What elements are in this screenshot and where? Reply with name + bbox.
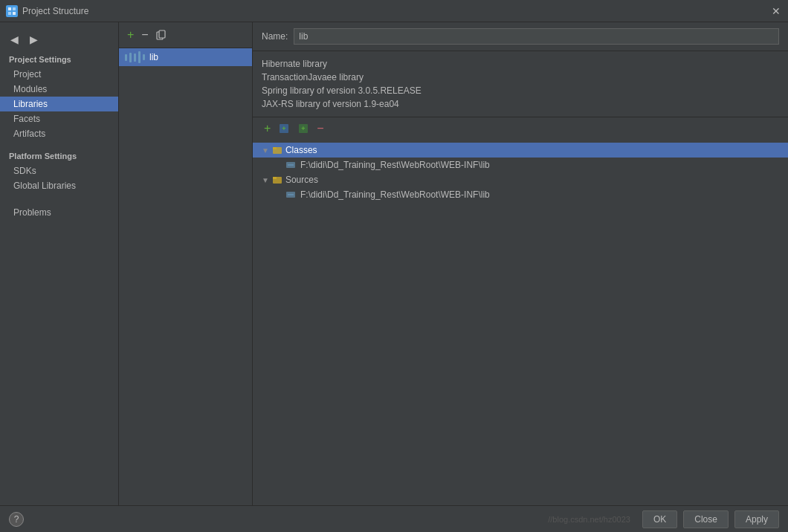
svg-rect-15 — [273, 177, 277, 179]
svg-rect-0 — [8, 7, 11, 10]
nav-controls: ◀ ▶ — [0, 28, 118, 51]
svg-rect-11 — [273, 147, 277, 149]
close-button[interactable]: ✕ — [770, 5, 782, 17]
add-tree-button[interactable]: + — [262, 120, 273, 137]
svg-rect-1 — [13, 7, 16, 10]
bottom-left: ? — [9, 512, 542, 527]
remove-tree-button[interactable]: − — [314, 120, 326, 137]
svg-rect-3 — [13, 12, 16, 15]
svg-text:+: + — [302, 125, 306, 132]
chevron-icon: ▼ — [262, 146, 269, 155]
sidebar-item-project[interactable]: Project — [0, 67, 118, 82]
tree-section: ▼ Classes F:\didi\Dd_Training_Rest\WebRo… — [253, 140, 788, 505]
info-line-1: Hibernate library — [262, 57, 779, 71]
sources-path: F:\didi\Dd_Training_Rest\WebRoot\WEB-INF… — [300, 189, 490, 200]
ok-button[interactable]: OK — [642, 510, 677, 528]
path-icon-classes — [285, 160, 296, 170]
classes-path: F:\didi\Dd_Training_Rest\WebRoot\WEB-INF… — [300, 160, 490, 170]
add-sources-button[interactable]: + — [295, 121, 311, 136]
classes-icon — [272, 145, 282, 155]
sidebar: ◀ ▶ Project Settings Project Modules Lib… — [0, 22, 119, 505]
sidebar-item-artifacts[interactable]: Artifacts — [0, 126, 118, 141]
main-container: ◀ ▶ Project Settings Project Modules Lib… — [0, 22, 788, 505]
tree-node-sources[interactable]: ▼ Sources — [253, 172, 788, 187]
library-item-lib[interactable]: lib — [119, 48, 252, 66]
tree-child-classes-path: F:\didi\Dd_Training_Rest\WebRoot\WEB-INF… — [253, 158, 788, 172]
back-button[interactable]: ◀ — [6, 31, 22, 48]
sidebar-item-sdks[interactable]: SDKs — [0, 163, 118, 178]
name-row: Name: — [253, 22, 788, 51]
forward-button[interactable]: ▶ — [25, 31, 42, 48]
tree-child-sources-path: F:\didi\Dd_Training_Rest\WebRoot\WEB-INF… — [253, 187, 788, 202]
title-text: Project Structure — [22, 6, 770, 16]
apply-button[interactable]: Apply — [734, 510, 779, 528]
library-name: lib — [149, 52, 158, 62]
svg-text:+: + — [282, 125, 286, 132]
info-line-3: Spring library of version 3.0.5.RELEASE — [262, 84, 779, 97]
path-icon-sources — [285, 189, 296, 200]
info-line-4: JAX-RS library of version 1.9-ea04 — [262, 97, 779, 111]
library-panel: + − lib — [119, 22, 253, 505]
project-settings-title: Project Settings — [0, 51, 118, 67]
app-icon — [6, 5, 18, 17]
detail-panel: Name: Hibernate library TransactionJavae… — [253, 22, 788, 505]
sidebar-item-facets[interactable]: Facets — [0, 111, 118, 126]
sidebar-item-global-libraries[interactable]: Global Libraries — [0, 178, 118, 193]
svg-rect-2 — [8, 12, 11, 15]
library-toolbar: + − — [119, 22, 252, 48]
chevron-icon-sources: ▼ — [262, 176, 269, 184]
sidebar-item-libraries[interactable]: Libraries — [0, 97, 118, 111]
tree-toolbar: + + + − — [253, 117, 788, 140]
library-list: lib — [119, 48, 252, 505]
sidebar-item-problems[interactable]: Problems — [0, 205, 118, 220]
platform-settings-title: Platform Settings — [0, 147, 118, 163]
copy-library-button[interactable] — [154, 28, 169, 42]
classes-label: Classes — [285, 145, 317, 155]
svg-rect-5 — [159, 30, 165, 38]
tree-node-classes[interactable]: ▼ Classes — [253, 143, 788, 158]
info-line-2: TransactionJavaee library — [262, 71, 779, 84]
help-button[interactable]: ? — [9, 512, 24, 527]
name-label: Name: — [262, 31, 288, 42]
add-library-button[interactable]: + — [125, 27, 136, 43]
library-icon — [125, 51, 145, 63]
add-classes-button[interactable]: + — [276, 121, 292, 136]
title-bar: Project Structure ✕ — [0, 0, 788, 22]
sources-folder-icon — [272, 175, 282, 185]
bottom-bar: ? //blog.csdn.net/hz0023 OK Close Apply — [0, 505, 788, 532]
name-input[interactable] — [294, 28, 779, 45]
sidebar-item-modules[interactable]: Modules — [0, 82, 118, 97]
remove-library-button[interactable]: − — [139, 27, 150, 43]
sources-label: Sources — [285, 175, 318, 185]
info-section: Hibernate library TransactionJavaee libr… — [253, 51, 788, 117]
close-dialog-button[interactable]: Close — [683, 510, 729, 528]
watermark: //blog.csdn.net/hz0023 — [548, 515, 630, 524]
